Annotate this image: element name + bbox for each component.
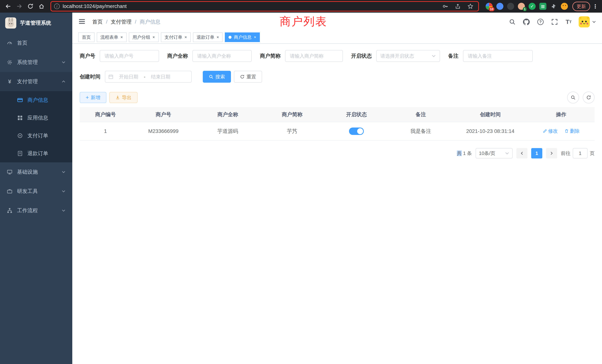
table-header-row: 商户编号 商户号 商户全称 商户简称 开启状态 备注 创建时间 操作 (80, 107, 595, 122)
link-label: 删除 (570, 128, 580, 134)
toggle-search-button[interactable] (567, 92, 579, 103)
bookmark-star-icon[interactable] (466, 2, 475, 11)
sidebar-item-app-info[interactable]: 应用信息 (0, 109, 72, 127)
site-info-icon[interactable]: i (54, 3, 60, 9)
merchant-name-input[interactable] (192, 50, 252, 62)
status-select[interactable]: 请选择开启状态 (376, 50, 440, 62)
plus-icon: + (86, 95, 89, 100)
remark-input[interactable] (463, 50, 533, 62)
breadcrumb-home[interactable]: 首页 (92, 18, 103, 25)
filter-merchant-name: 商户全称 (167, 50, 252, 62)
add-button[interactable]: + 新增 (80, 92, 106, 103)
export-button[interactable]: 导出 (109, 92, 138, 103)
filter-label: 商户简称 (260, 53, 285, 60)
refresh-icon (240, 74, 245, 79)
page-size-select[interactable]: 10条/页 (476, 148, 513, 159)
user-avatar[interactable] (579, 16, 596, 27)
share-icon[interactable] (453, 2, 463, 11)
sidebar-item-pay-orders[interactable]: 支付订单 (0, 127, 72, 145)
table-toolbar: + 新增 导出 (80, 92, 595, 103)
breadcrumb-payment[interactable]: 支付管理 (111, 18, 132, 25)
tab-pay-orders[interactable]: 支付订单 × (161, 32, 191, 42)
next-page-button[interactable] (546, 148, 557, 159)
extension-check-icon[interactable]: ✓ (529, 3, 536, 10)
extensions-bar: 10 1 ✓ (483, 3, 571, 10)
font-size-icon[interactable]: TT (565, 18, 573, 26)
reload-button[interactable] (25, 1, 36, 11)
goto-label: 前往 (561, 150, 570, 157)
close-icon[interactable]: × (254, 35, 256, 39)
app-logo[interactable]: 芋道管理系统 (0, 13, 72, 33)
help-icon[interactable]: ? (536, 18, 545, 26)
merchant-short-input[interactable] (285, 50, 343, 62)
extensions-puzzle-icon[interactable] (550, 3, 557, 10)
browser-menu-icon[interactable]: ⋮ (592, 3, 599, 10)
sidebar-item-dev-tools[interactable]: 研发工具 (0, 182, 72, 201)
sidebar-item-payment[interactable]: ¥ 支付管理 (0, 72, 72, 91)
close-icon[interactable]: × (120, 35, 123, 39)
workflow-icon (7, 208, 13, 214)
sidebar-item-refund-orders[interactable]: 退款订单 (0, 145, 72, 162)
top-navbar: 首页 / 支付管理 / 商户信息 ? (72, 13, 602, 31)
prev-page-button[interactable] (516, 148, 527, 159)
hamburger-icon[interactable] (78, 18, 86, 26)
password-key-icon[interactable] (440, 2, 450, 11)
date-start-input[interactable] (115, 74, 142, 80)
tab-merchant-info[interactable]: 商户信息 × (225, 32, 260, 42)
extension-dark-icon[interactable] (507, 3, 514, 10)
close-icon[interactable]: × (152, 35, 155, 39)
extension-avatar-icon[interactable]: 1 (518, 3, 525, 10)
tab-process-form[interactable]: 流程表单 × (97, 32, 127, 42)
tab-home[interactable]: 首页 (78, 32, 95, 42)
search-button[interactable]: 搜索 (203, 71, 231, 83)
col-create-time: 创建时间 (453, 107, 528, 122)
col-full-name: 商户全称 (195, 107, 260, 122)
tab-user-group[interactable]: 用户分组 × (129, 32, 159, 42)
refresh-table-button[interactable] (583, 92, 595, 103)
create-time-range-picker[interactable]: - (105, 71, 192, 83)
tab-refund-orders[interactable]: 退款订单 × (193, 32, 223, 42)
search-icon[interactable] (508, 18, 516, 26)
url-text: localhost:1024/pay/merchant (63, 3, 437, 9)
page-content: 商户号 商户全称 商户简称 开启状态 请选择开启状态 (72, 44, 602, 364)
extension-pin-icon[interactable] (496, 3, 503, 10)
close-icon[interactable]: × (217, 35, 219, 39)
goto-page-input[interactable] (573, 148, 588, 159)
edit-link[interactable]: 修改 (543, 128, 558, 134)
sidebar-item-workflow[interactable]: 工作流程 (0, 201, 72, 220)
forward-button[interactable] (14, 1, 24, 11)
dashboard-icon (7, 40, 13, 46)
reset-button[interactable]: 重置 (234, 71, 262, 83)
breadcrumb-separator: / (106, 19, 108, 25)
extension-notes-icon[interactable] (539, 3, 546, 10)
merchant-no-input[interactable] (100, 50, 159, 62)
chevron-down-icon (62, 208, 66, 213)
github-icon[interactable] (522, 18, 530, 26)
breadcrumb-current: 商户信息 (140, 18, 161, 25)
delete-link[interactable]: 删除 (564, 128, 580, 134)
select-placeholder: 请选择开启状态 (380, 53, 414, 59)
close-icon[interactable]: × (185, 35, 187, 39)
browser-update-button[interactable]: 更新 (572, 2, 590, 11)
page-number-button[interactable]: 1 (531, 148, 542, 159)
chevron-down-icon (62, 170, 66, 174)
extension-smiley-icon[interactable] (561, 3, 568, 10)
sidebar-item-merchant-info[interactable]: 商户信息 (0, 91, 72, 109)
payment-submenu: 商户信息 应用信息 支付订单 (0, 91, 72, 162)
chevron-down-icon (62, 60, 66, 64)
pagination-goto: 前往 页 (561, 148, 595, 159)
fullscreen-icon[interactable] (550, 18, 559, 26)
sidebar-item-label: 基础设施 (17, 169, 38, 175)
status-toggle[interactable] (349, 128, 364, 135)
back-button[interactable] (3, 1, 13, 11)
date-end-input[interactable] (147, 74, 174, 80)
sidebar-item-system[interactable]: 系统管理 (0, 53, 72, 72)
address-bar[interactable]: i localhost:1024/pay/merchant (50, 1, 479, 11)
extension-badge: 10 (489, 7, 494, 11)
home-button[interactable] (36, 1, 47, 11)
page-size-value: 10条/页 (479, 150, 495, 157)
filter-row-1: 商户号 商户全称 商户简称 开启状态 请选择开启状态 (80, 50, 595, 62)
extension-palette-icon[interactable]: 10 (486, 3, 493, 10)
sidebar-item-home[interactable]: 首页 (0, 33, 72, 53)
sidebar-item-infrastructure[interactable]: 基础设施 (0, 162, 72, 182)
